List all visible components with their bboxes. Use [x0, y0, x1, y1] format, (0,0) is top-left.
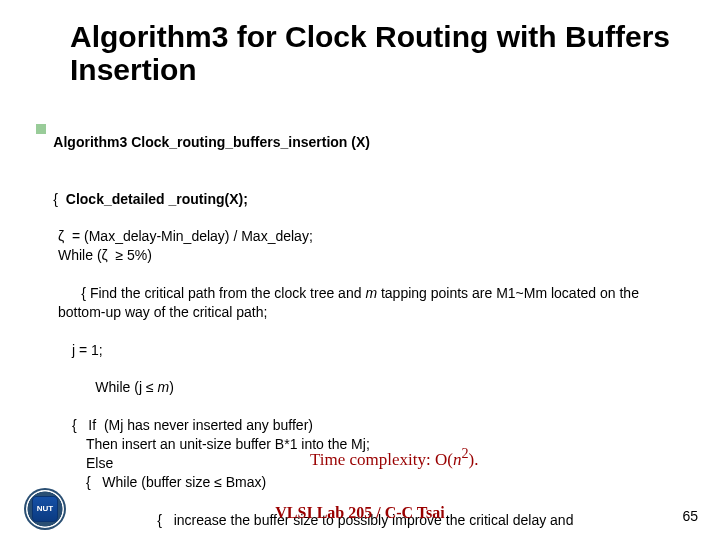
bullet-icon — [36, 124, 46, 134]
algo-if: { If (Mj has never inserted any buffer) — [72, 416, 690, 435]
complexity-label: Time complexity: O( — [310, 450, 453, 469]
algo-m-var2: m — [157, 379, 169, 395]
logo: NUT — [24, 488, 70, 530]
logo-badge: NUT — [32, 496, 58, 522]
algo-header-name: Clock_routing_buffers_insertion (X) — [131, 134, 370, 150]
algo-find-a: { Find the critical path from the clock … — [81, 285, 365, 301]
algo-while-bmax: { While (buffer size ≤ Bmax) — [86, 473, 690, 492]
algo-zeta-def: ζ = (Max_delay-Min_delay) / Max_delay; — [58, 227, 690, 246]
algo-call: Clock_detailed _routing(X); — [66, 191, 248, 207]
algo-j-init: j = 1; — [72, 341, 690, 360]
logo-text: NUT — [37, 505, 53, 513]
algo-while-outer: While (ζ ≥ 5%) — [58, 246, 690, 265]
complexity-tail: ). — [469, 450, 479, 469]
algo-while-j-b: ) — [169, 379, 174, 395]
page-number: 65 — [682, 508, 698, 524]
algo-m-var: m — [365, 285, 377, 301]
time-complexity: Time complexity: O(n2). — [310, 445, 478, 470]
footer-text: VLSI Lab 205 / C-C Tsai — [0, 504, 720, 522]
slide: Algorithm3 for Clock Routing with Buffer… — [0, 0, 720, 540]
algorithm-body: Algorithm3 Clock_routing_buffers_inserti… — [30, 114, 690, 540]
algo-open-brace: { — [53, 191, 65, 207]
algo-while-j-a: While (j ≤ — [95, 379, 157, 395]
slide-title: Algorithm3 for Clock Routing with Buffer… — [70, 20, 690, 86]
complexity-exp: 2 — [461, 445, 468, 461]
algo-header-prefix: Algorithm3 — [53, 134, 131, 150]
